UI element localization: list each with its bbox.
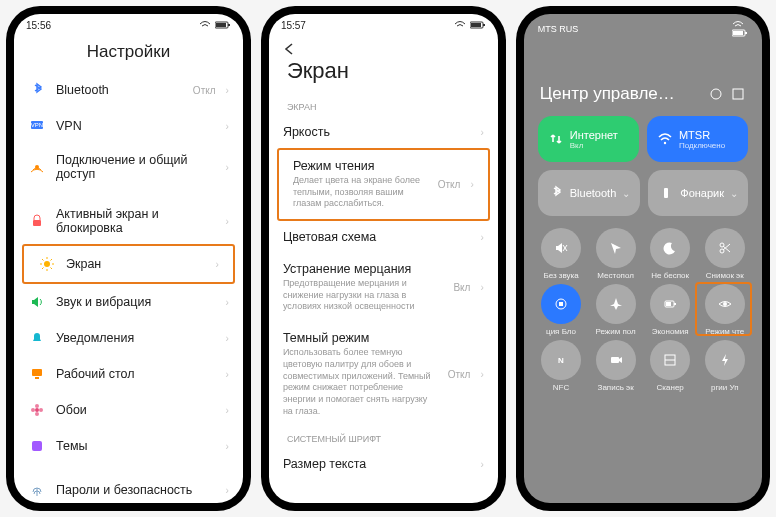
item-value: Откл [438,179,461,190]
cc-toggle-moon[interactable]: Не беспок [643,228,698,280]
chevron-right-icon: › [226,121,229,132]
display-item-font-size[interactable]: Размер текста› [269,448,498,480]
svg-rect-1 [228,24,230,26]
chevron-right-icon: › [480,369,483,380]
cc-toggle-battery[interactable]: Экономия [643,284,698,336]
item-label: Обои [56,403,216,417]
themes-icon [28,437,46,455]
svg-point-19 [35,404,39,408]
tile-label: Фонарик [680,187,724,199]
chevron-right-icon: › [480,459,483,470]
item-label: Темы [56,439,216,453]
display-item[interactable]: Устранение мерцания Предотвращение мерца… [269,253,498,322]
cc-toggle-mute[interactable]: Без звука [534,228,589,280]
statusbar: 15:57 [269,14,498,36]
tile-sublabel: Вкл [570,141,618,150]
settings-outline-icon[interactable] [708,86,724,102]
cc-tile-wifi[interactable]: MTSR Подключено [647,116,748,162]
tile-label: Bluetooth [570,187,616,199]
svg-rect-41 [559,302,563,306]
cc-wide-bluetooth[interactable]: Bluetooth ⌄ [538,170,640,216]
cc-title: Центр управле… [540,84,702,104]
bluetooth-icon [28,81,46,99]
swap-icon [548,131,564,147]
display-item[interactable]: Темный режим Использовать более темную ц… [269,322,498,426]
display-item[interactable]: Режим чтения Делает цвета на экране боле… [277,148,490,221]
cc-toggle-lock-rot[interactable]: ция Бло [534,284,589,336]
svg-rect-44 [666,302,671,306]
cc-toggle-record[interactable]: Запись эк [588,340,643,392]
item-value: Вкл [453,282,470,293]
cc-toggle-scissors[interactable]: Снимок эк [697,228,752,280]
sun-icon [38,255,56,273]
desktop-icon [28,365,46,383]
wifi-icon [732,21,744,29]
record-icon [596,340,636,380]
svg-line-13 [51,268,53,270]
cc-toggle-nfc[interactable]: N NFC [534,340,589,392]
location-icon [596,228,636,268]
settings-item-flower[interactable]: Обои › [14,392,243,428]
flashlight-icon [658,185,674,201]
chevron-right-icon: › [480,282,483,293]
settings-item-hotspot[interactable]: Подключение и общий доступ › [14,144,243,190]
svg-point-18 [35,408,39,412]
svg-rect-43 [674,303,676,305]
svg-point-30 [711,89,721,99]
toggle-label: Местопол [597,271,634,280]
item-value: Откл [448,369,471,380]
item-label: Устранение мерцания [283,262,444,276]
item-label: Звук и вибрация [56,295,216,309]
toggle-label: Снимок эк [706,271,744,280]
nfc-icon: N [541,340,581,380]
chevron-right-icon: › [216,259,219,270]
toggle-label: ция Бло [546,327,576,336]
cc-wide-flashlight[interactable]: Фонарик ⌄ [648,170,748,216]
svg-rect-26 [471,23,481,27]
item-label: Активный экран и блокировка [56,207,216,235]
cc-toggle-plane[interactable]: Режим пол [588,284,643,336]
toggle-label: Сканер [657,383,684,392]
chevron-right-icon: › [226,216,229,227]
back-icon[interactable] [283,42,299,56]
clock: 15:56 [26,20,51,31]
chevron-right-icon: › [226,297,229,308]
edit-icon[interactable] [730,86,746,102]
scan-icon [650,340,690,380]
highlight-reading-mode [695,282,752,336]
settings-item-fingerprint[interactable]: Пароли и безопасность › [14,472,243,503]
settings-item-bluetooth[interactable]: Bluetooth Откл › [14,72,243,108]
cc-secondary-tiles: Bluetooth ⌄ Фонарик ⌄ [524,170,762,224]
tile-sublabel: Подключено [679,141,725,150]
cc-tile-swap[interactable]: Интернет Вкл [538,116,639,162]
settings-item-themes[interactable]: Темы › [14,428,243,464]
cc-primary-tiles: Интернет Вкл MTSR Подключено [524,116,762,170]
chevron-right-icon: › [226,441,229,452]
chevron-down-icon: ⌄ [730,188,738,199]
statusbar: 15:56 [14,14,243,36]
settings-item-bell[interactable]: Уведомления › [14,320,243,356]
flower-icon [28,401,46,419]
chevron-right-icon: › [480,232,483,243]
cc-toggle-bolt[interactable]: ргии Уп [697,340,752,392]
svg-text:VPN: VPN [31,122,43,128]
cc-toggle-scan[interactable]: Сканер [643,340,698,392]
moon-icon [650,228,690,268]
item-label: Уведомления [56,331,216,345]
chevron-right-icon: › [226,405,229,416]
cc-toggle-location[interactable]: Местопол [588,228,643,280]
svg-text:N: N [558,356,564,365]
carrier-label: MTS RUS [538,24,579,34]
svg-rect-47 [611,357,619,363]
settings-item-vpn[interactable]: VPN VPN › [14,108,243,144]
settings-item-lock[interactable]: Активный экран и блокировка › [14,198,243,244]
display-item[interactable]: Яркость › [269,116,498,148]
settings-item-desktop[interactable]: Рабочий стол › [14,356,243,392]
display-item[interactable]: Цветовая схема › [269,221,498,253]
clock: 15:57 [281,20,306,31]
mute-icon [541,228,581,268]
settings-item-sound[interactable]: Звук и вибрация › [14,284,243,320]
item-label: Подключение и общий доступ [56,153,216,181]
settings-item-sun[interactable]: Экран › [22,244,235,284]
scissors-icon [705,228,745,268]
